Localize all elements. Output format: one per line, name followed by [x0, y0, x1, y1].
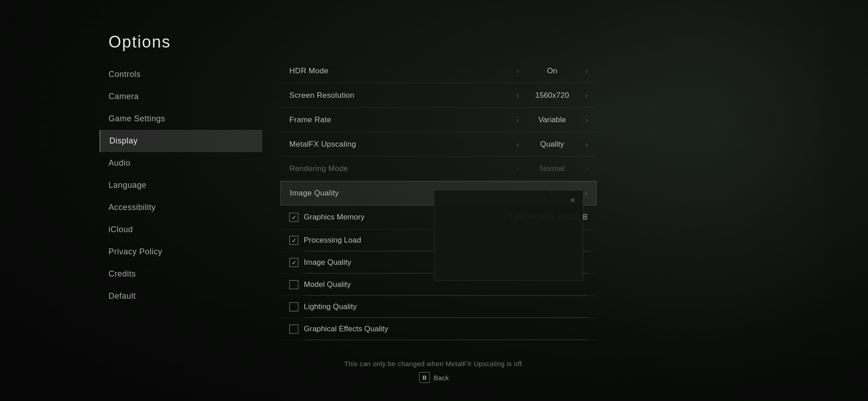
- settings-rows: HDR Mode‹On›Screen Resolution‹1560x720›F…: [280, 59, 597, 205]
- setting-row-screen-resolution: Screen Resolution‹1560x720›: [280, 83, 597, 108]
- setting-row-rendering-mode: Rendering Mode‹Normal›: [280, 157, 597, 181]
- sidebar-item-controls[interactable]: Controls: [99, 63, 262, 86]
- arrow-left-screen-resolution[interactable]: ‹: [517, 92, 519, 99]
- checkbox-graphical-effects-quality[interactable]: [289, 325, 298, 334]
- checkbox-row-graphical-effects-quality: Graphical Effects Quality: [280, 318, 597, 340]
- setting-row-frame-rate: Frame Rate‹Variable›: [280, 108, 597, 132]
- checkbox-label-processing-load: Processing Load: [304, 236, 361, 245]
- arrow-left-metalfx-upscaling[interactable]: ‹: [517, 141, 519, 148]
- setting-value-container-hdr-mode: ‹On›: [517, 67, 588, 76]
- setting-value-container-screen-resolution: ‹1560x720›: [517, 91, 588, 100]
- setting-value-container-frame-rate: ‹Variable›: [517, 115, 588, 124]
- bottom-hint: This can only be changed when MetalFX Up…: [344, 360, 524, 368]
- setting-label-metalfx-upscaling: MetalFX Upscaling: [289, 140, 356, 149]
- sidebar-item-display[interactable]: Display: [99, 130, 262, 152]
- setting-label-image-quality: Image Quality: [290, 189, 339, 198]
- sidebar-item-default[interactable]: Default: [99, 285, 262, 307]
- sidebar-item-accessibility[interactable]: Accessibility: [99, 196, 262, 219]
- arrow-right-image-quality[interactable]: ›: [585, 190, 587, 197]
- sidebar-item-icloud[interactable]: iCloud: [99, 219, 262, 241]
- setting-label-rendering-mode: Rendering Mode: [289, 164, 348, 173]
- arrow-right-hdr-mode[interactable]: ›: [585, 67, 588, 75]
- setting-value-frame-rate: Variable: [525, 115, 579, 124]
- setting-value-hdr-mode: On: [525, 67, 579, 76]
- back-button-icon[interactable]: B: [419, 372, 430, 383]
- checkbox-label-lighting-quality: Lighting Quality: [304, 302, 357, 311]
- setting-label-hdr-mode: HDR Mode: [289, 67, 328, 76]
- setting-value-rendering-mode: Normal: [525, 164, 579, 173]
- arrow-right-frame-rate[interactable]: ›: [585, 116, 588, 124]
- checkbox-label-model-quality: Model Quality: [304, 280, 351, 289]
- checkbox-label-graphical-effects-quality: Graphical Effects Quality: [304, 325, 388, 334]
- back-label: Back: [434, 374, 448, 382]
- checkbox-model-quality[interactable]: [289, 280, 298, 289]
- sidebar-item-privacy-policy[interactable]: Privacy Policy: [99, 241, 262, 263]
- checkbox-row-lighting-quality: Lighting Quality: [280, 296, 597, 318]
- bottom-bar: This can only be changed when MetalFX Up…: [0, 360, 868, 383]
- sidebar-item-language[interactable]: Language: [99, 174, 262, 196]
- back-control: B Back: [419, 372, 448, 383]
- sidebar-item-game-settings[interactable]: Game Settings: [99, 108, 262, 130]
- graphics-memory-checkbox[interactable]: [289, 213, 298, 222]
- arrow-right-metalfx-upscaling[interactable]: ›: [585, 141, 588, 148]
- page-title: Options: [108, 33, 171, 52]
- popup-close-button[interactable]: ✕: [570, 196, 576, 205]
- checkbox-label-image-quality: Image Quality: [304, 258, 351, 267]
- setting-value-container-metalfx-upscaling: ‹Quality›: [517, 140, 588, 149]
- graphics-memory-label: Graphics Memory: [304, 213, 364, 222]
- sidebar-item-credits[interactable]: Credits: [99, 263, 262, 285]
- popup-panel: ✕: [434, 190, 583, 281]
- arrow-right-rendering-mode[interactable]: ›: [585, 165, 588, 172]
- setting-label-frame-rate: Frame Rate: [289, 115, 331, 124]
- arrow-left-frame-rate[interactable]: ‹: [517, 116, 519, 124]
- setting-value-metalfx-upscaling: Quality: [525, 140, 579, 149]
- sidebar-item-camera[interactable]: Camera: [99, 86, 262, 108]
- setting-value-screen-resolution: 1560x720: [525, 91, 579, 100]
- setting-value-container-rendering-mode: ‹Normal›: [517, 164, 588, 173]
- arrow-right-screen-resolution[interactable]: ›: [585, 92, 588, 99]
- arrow-left-hdr-mode[interactable]: ‹: [517, 67, 519, 75]
- checkbox-lighting-quality[interactable]: [289, 302, 298, 311]
- setting-label-screen-resolution: Screen Resolution: [289, 91, 354, 100]
- setting-row-hdr-mode: HDR Mode‹On›: [280, 59, 597, 83]
- arrow-left-rendering-mode[interactable]: ‹: [517, 165, 519, 172]
- sidebar: ControlsCameraGame SettingsDisplayAudioL…: [99, 63, 262, 307]
- checkbox-image-quality[interactable]: [289, 258, 298, 267]
- sidebar-item-audio[interactable]: Audio: [99, 152, 262, 174]
- setting-row-metalfx-upscaling: MetalFX Upscaling‹Quality›: [280, 132, 597, 157]
- checkbox-processing-load[interactable]: [289, 236, 298, 245]
